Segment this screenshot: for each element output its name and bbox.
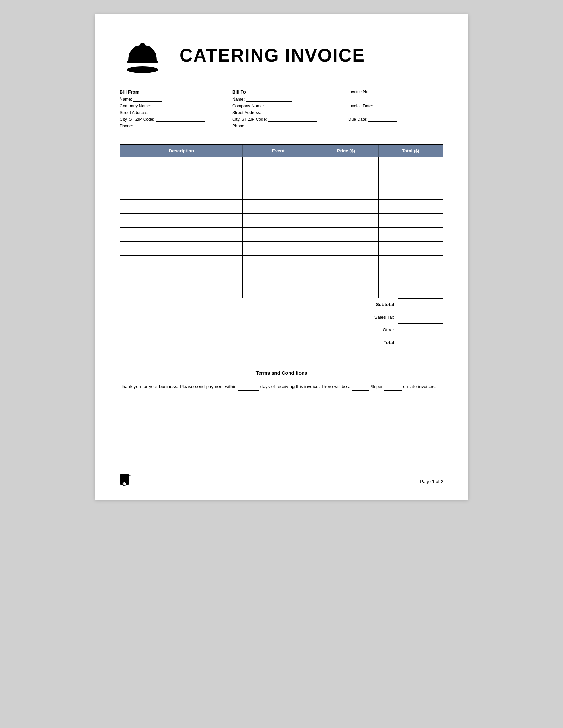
cell-description — [120, 227, 243, 241]
cell-total — [378, 270, 443, 284]
totals-wrapper: Subtotal Sales Tax Other Total — [120, 298, 443, 349]
cell-description — [120, 270, 243, 284]
svg-point-0 — [127, 66, 158, 73]
invoice-table-wrapper: Description Event Price ($) Total ($) — [120, 144, 443, 298]
table-row — [120, 284, 443, 298]
invoice-no-row: Invoice No. — [348, 89, 443, 94]
cell-price — [314, 284, 378, 298]
bill-from-label: Bill From — [120, 89, 232, 95]
cell-total — [378, 199, 443, 213]
bill-from-company: Company Name: — [120, 103, 232, 108]
footer-icon: e — [120, 474, 131, 489]
cell-description — [120, 213, 243, 227]
table-header-row: Description Event Price ($) Total ($) — [120, 145, 443, 157]
col-event: Event — [243, 145, 314, 157]
cell-description — [120, 255, 243, 270]
table-row — [120, 157, 443, 171]
cell-price — [314, 171, 378, 185]
svg-rect-1 — [127, 61, 158, 63]
cell-description — [120, 241, 243, 255]
due-date-label: Due Date: — [348, 117, 367, 122]
document-icon: e — [120, 474, 131, 487]
terms-text-part4: on late invoices. — [403, 384, 436, 389]
invoice-meta-column: Invoice No. Invoice Date: Due Date: — [345, 89, 443, 130]
cell-price — [314, 255, 378, 270]
bill-from-city: City, ST ZIP Code: — [120, 117, 232, 122]
table-row — [120, 171, 443, 185]
bill-to-column: Bill To Name: Company Name: Street Addre… — [232, 89, 345, 130]
col-description: Description — [120, 145, 243, 157]
terms-text-part3: % per — [371, 384, 383, 389]
cell-event — [243, 157, 314, 171]
cell-price — [314, 157, 378, 171]
bill-to-label: Bill To — [232, 89, 345, 95]
terms-section: Terms and Conditions Thank you for your … — [120, 367, 443, 391]
totals-right: Subtotal Sales Tax Other Total — [306, 298, 443, 349]
cell-event — [243, 185, 314, 199]
cell-event — [243, 255, 314, 270]
other-label: Other — [306, 327, 398, 333]
cell-event — [243, 227, 314, 241]
cell-description — [120, 157, 243, 171]
table-row — [120, 255, 443, 270]
cell-event — [243, 213, 314, 227]
cell-total — [378, 213, 443, 227]
cell-description — [120, 171, 243, 185]
svg-text:e: e — [123, 482, 125, 486]
cell-event — [243, 199, 314, 213]
svg-marker-4 — [129, 474, 131, 476]
sales-tax-value — [398, 311, 443, 324]
invoice-no-line — [371, 89, 406, 94]
invoice-date-row: Invoice Date: — [348, 103, 443, 108]
total-value — [398, 336, 443, 349]
invoice-title-area: CATERING INVOICE — [169, 45, 443, 66]
cell-total — [378, 255, 443, 270]
invoice-page: CATERING INVOICE Bill From Name: Company… — [95, 14, 468, 500]
bill-from-name: Name: — [120, 97, 232, 102]
table-row — [120, 213, 443, 227]
page-footer: e Page 1 of 2 — [120, 474, 443, 489]
cell-total — [378, 185, 443, 199]
cell-total — [378, 227, 443, 241]
bill-to-company: Company Name: — [232, 103, 345, 108]
cell-price — [314, 199, 378, 213]
catering-logo-icon — [120, 35, 165, 74]
subtotal-value — [398, 298, 443, 311]
table-row — [120, 227, 443, 241]
due-date-line — [368, 117, 397, 122]
invoice-date-label: Invoice Date: — [348, 103, 373, 108]
col-price: Price ($) — [314, 145, 378, 157]
terms-title: Terms and Conditions — [120, 370, 443, 376]
svg-point-2 — [140, 43, 145, 48]
billing-section: Bill From Name: Company Name: Street Add… — [120, 89, 443, 130]
invoice-no-label: Invoice No. — [348, 89, 369, 94]
bill-from-address: Street Address: — [120, 110, 232, 115]
cell-price — [314, 270, 378, 284]
other-value — [398, 324, 443, 336]
terms-text-part1: Thank you for your business. Please send… — [120, 384, 236, 389]
cell-price — [314, 213, 378, 227]
sales-tax-label: Sales Tax — [306, 315, 398, 320]
terms-text-part2: days of receiving this invoice. There wi… — [260, 384, 351, 389]
invoice-header: CATERING INVOICE — [120, 35, 443, 75]
bill-from-phone: Phone: — [120, 124, 232, 128]
other-row: Other — [306, 324, 443, 336]
total-label: Total — [306, 340, 398, 345]
cell-event — [243, 270, 314, 284]
bill-to-name: Name: — [232, 97, 345, 102]
cell-price — [314, 185, 378, 199]
invoice-date-line — [374, 103, 402, 108]
subtotal-label: Subtotal — [306, 302, 398, 307]
total-row: Total — [306, 336, 443, 349]
cell-description — [120, 199, 243, 213]
cell-description — [120, 284, 243, 298]
subtotal-row: Subtotal — [306, 298, 443, 311]
due-date-row: Due Date: — [348, 117, 443, 122]
table-row — [120, 270, 443, 284]
page-number: Page 1 of 2 — [420, 479, 444, 484]
cell-price — [314, 241, 378, 255]
cell-event — [243, 241, 314, 255]
cell-event — [243, 171, 314, 185]
cell-total — [378, 171, 443, 185]
logo-area — [120, 35, 169, 75]
